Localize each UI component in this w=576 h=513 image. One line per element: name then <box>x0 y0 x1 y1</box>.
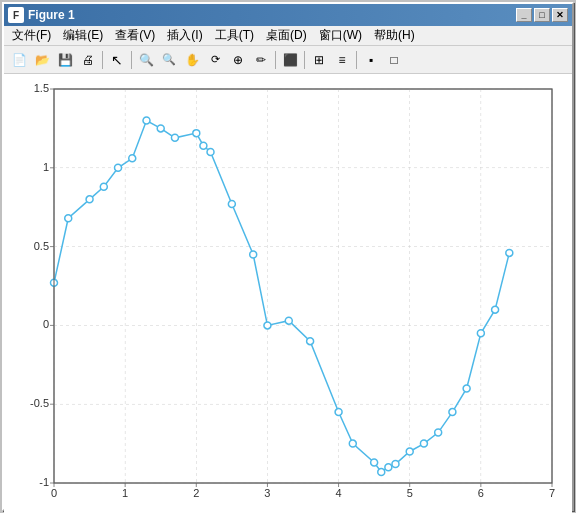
zoom-in-button[interactable]: 🔍 <box>135 49 157 71</box>
open-button[interactable]: 📂 <box>31 49 53 71</box>
colorbar-button[interactable]: ▪ <box>360 49 382 71</box>
pointer-button[interactable]: ↖ <box>106 49 128 71</box>
figure-container <box>4 74 572 513</box>
zoom-out-button[interactable]: 🔍 <box>158 49 180 71</box>
menubar: 文件(F) 编辑(E) 查看(V) 插入(I) 工具(T) 桌面(D) 窗口(W… <box>4 26 572 46</box>
toolbar: 📄 📂 💾 🖨 ↖ 🔍 🔍 ✋ ⟳ ⊕ ✏ ⬛ ⊞ ≡ ▪ □ <box>4 46 572 74</box>
menu-window[interactable]: 窗口(W) <box>313 26 368 46</box>
title-bar: F Figure 1 _ □ ✕ <box>4 4 572 26</box>
sep4 <box>304 51 305 69</box>
main-window: F Figure 1 _ □ ✕ 文件(F) 编辑(E) 查看(V) 插入(I)… <box>2 2 574 511</box>
rotate-button[interactable]: ⟳ <box>204 49 226 71</box>
sep1 <box>102 51 103 69</box>
menu-tools[interactable]: 工具(T) <box>209 26 260 46</box>
pan-button[interactable]: ✋ <box>181 49 203 71</box>
save-button[interactable]: 💾 <box>54 49 76 71</box>
menu-insert[interactable]: 插入(I) <box>161 26 208 46</box>
print-button[interactable]: 🖨 <box>77 49 99 71</box>
close-button[interactable]: ✕ <box>552 8 568 22</box>
sep5 <box>356 51 357 69</box>
grid-button[interactable]: ⊞ <box>308 49 330 71</box>
legend-button[interactable]: ≡ <box>331 49 353 71</box>
link-button[interactable]: ⬛ <box>279 49 301 71</box>
minimize-button[interactable]: _ <box>516 8 532 22</box>
camera-button[interactable]: □ <box>383 49 405 71</box>
maximize-button[interactable]: □ <box>534 8 550 22</box>
sep3 <box>275 51 276 69</box>
plot-canvas[interactable] <box>4 74 572 513</box>
menu-edit[interactable]: 编辑(E) <box>57 26 109 46</box>
window-icon: F <box>8 7 24 23</box>
menu-view[interactable]: 查看(V) <box>109 26 161 46</box>
menu-help[interactable]: 帮助(H) <box>368 26 421 46</box>
datacursor-button[interactable]: ⊕ <box>227 49 249 71</box>
window-title: Figure 1 <box>28 8 516 22</box>
new-button[interactable]: 📄 <box>8 49 30 71</box>
menu-file[interactable]: 文件(F) <box>6 26 57 46</box>
menu-desktop[interactable]: 桌面(D) <box>260 26 313 46</box>
sep2 <box>131 51 132 69</box>
window-controls: _ □ ✕ <box>516 8 568 22</box>
brush-button[interactable]: ✏ <box>250 49 272 71</box>
